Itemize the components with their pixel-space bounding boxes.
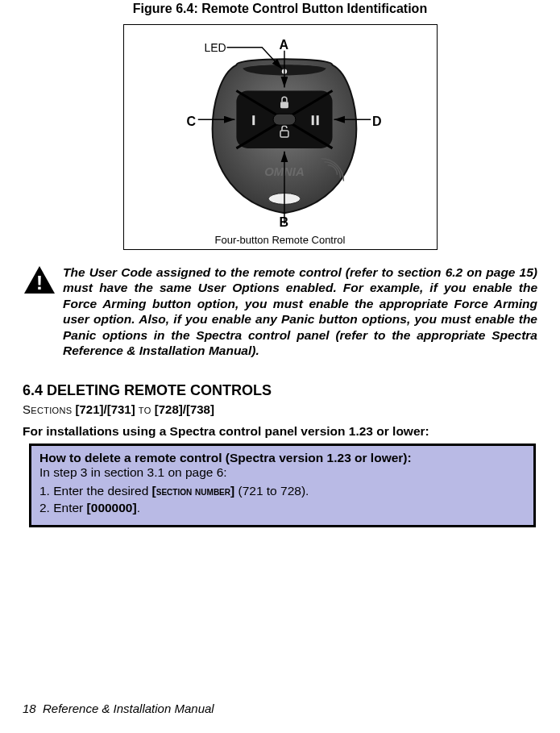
warning-text: The User Code assigned to the remote con…: [63, 264, 537, 358]
figure-diagram: LED A B C D: [123, 24, 438, 250]
warning-block: ! The User Code assigned to the remote c…: [23, 264, 537, 358]
howto-sub: In step 3 in section 3.1 on page 6:: [39, 465, 525, 480]
svg-rect-6: [252, 115, 255, 125]
svg-text:!: !: [36, 272, 43, 294]
svg-rect-8: [316, 115, 318, 125]
figure-caption: Four-button Remote Control: [124, 234, 437, 246]
remote-illustration: OMNIA: [124, 25, 437, 249]
sections-range1: [721]/[731]: [75, 402, 135, 416]
footer-text: Reference & Installation Manual: [43, 702, 214, 715]
howto-box: How to delete a remote control (Spectra …: [29, 444, 536, 527]
svg-rect-7: [311, 115, 313, 125]
warning-icon: !: [23, 264, 56, 295]
svg-rect-4: [280, 102, 288, 108]
section-heading: 6.4 DELETING REMOTE CONTROLS: [23, 382, 537, 399]
sections-mid: to: [139, 402, 151, 416]
figure-title: Figure 6.4: Remote Control Button Identi…: [23, 2, 537, 16]
sections-line: Sections [721]/[731] to [728]/[738]: [23, 402, 537, 416]
sections-range2: [728]/[738]: [155, 402, 214, 416]
svg-rect-9: [273, 114, 296, 125]
instruction-line: For installations using a Spectra contro…: [23, 424, 537, 439]
howto-step-1: 1. Enter the desired [section number] (7…: [39, 483, 525, 500]
page-number: 18: [23, 702, 36, 715]
sections-prefix: Sections: [23, 402, 72, 416]
page-footer: 18 Reference & Installation Manual: [23, 702, 214, 715]
howto-title: How to delete a remote control (Spectra …: [39, 451, 525, 465]
howto-step-2: 2. Enter [000000].: [39, 500, 525, 517]
